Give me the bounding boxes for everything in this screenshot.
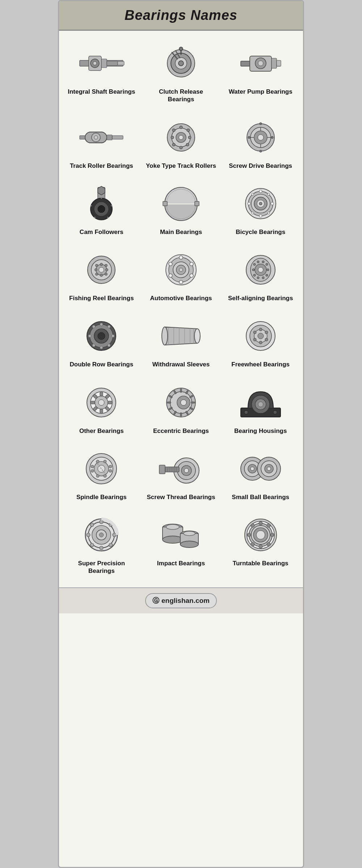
svg-point-119 bbox=[108, 344, 110, 347]
list-item: Other Bearings bbox=[63, 377, 140, 440]
item-label: Freewheel Bearings bbox=[231, 361, 290, 368]
svg-point-103 bbox=[253, 263, 256, 265]
svg-point-104 bbox=[252, 269, 254, 271]
svg-point-208 bbox=[267, 467, 271, 471]
bearing-image bbox=[156, 447, 206, 490]
svg-point-120 bbox=[100, 346, 103, 349]
item-label: Main Bearings bbox=[160, 228, 202, 236]
svg-point-57 bbox=[94, 217, 96, 218]
bearing-image bbox=[76, 314, 127, 358]
item-label: Clutch Release Bearings bbox=[145, 88, 217, 103]
item-label: Screw Drive Bearings bbox=[229, 162, 292, 170]
list-item: Super Precision Bearings bbox=[63, 510, 140, 580]
list-item: Yoke Type Track Rollers bbox=[142, 112, 220, 175]
list-item: Freewheel Bearings bbox=[222, 311, 299, 373]
svg-point-237 bbox=[259, 522, 262, 525]
item-label: Integral Shaft Bearings bbox=[68, 88, 135, 95]
svg-point-94 bbox=[190, 274, 193, 277]
item-label: Double Row Bearings bbox=[70, 361, 133, 368]
item-label: Cam Followers bbox=[80, 228, 123, 236]
svg-point-79 bbox=[100, 263, 103, 266]
item-label: Spindle Bearings bbox=[76, 493, 127, 501]
svg-point-137 bbox=[265, 331, 268, 334]
svg-point-31 bbox=[188, 136, 191, 139]
svg-point-91 bbox=[179, 268, 183, 272]
svg-point-117 bbox=[108, 325, 110, 328]
svg-point-121 bbox=[92, 344, 95, 347]
svg-point-71 bbox=[268, 193, 270, 195]
svg-point-141 bbox=[253, 331, 256, 334]
svg-point-184 bbox=[109, 469, 112, 472]
list-item: Withdrawal Sleeves bbox=[142, 311, 220, 373]
svg-point-215 bbox=[100, 520, 103, 524]
item-label: Super Precision Bearings bbox=[66, 559, 138, 575]
svg-point-69 bbox=[259, 214, 262, 217]
svg-point-138 bbox=[265, 338, 268, 341]
svg-rect-22 bbox=[107, 135, 112, 140]
svg-point-118 bbox=[111, 335, 114, 337]
svg-rect-158 bbox=[180, 389, 182, 392]
bearing-image bbox=[235, 116, 286, 159]
bearing-image bbox=[235, 248, 286, 292]
list-item: Impact Bearings bbox=[142, 510, 220, 580]
svg-point-30 bbox=[187, 129, 190, 132]
svg-rect-167 bbox=[167, 402, 171, 403]
brand-logo-icon: Ⓖ bbox=[152, 596, 159, 605]
svg-rect-150 bbox=[100, 409, 103, 413]
svg-rect-161 bbox=[191, 402, 195, 403]
svg-rect-60 bbox=[195, 201, 199, 206]
svg-point-36 bbox=[172, 129, 175, 132]
svg-point-70 bbox=[248, 202, 251, 205]
svg-point-220 bbox=[90, 543, 94, 547]
bearing-image bbox=[76, 116, 127, 159]
svg-point-243 bbox=[247, 533, 251, 537]
item-label: Eccentric Bearings bbox=[153, 427, 209, 435]
list-item: Double Row Bearings bbox=[63, 311, 140, 373]
svg-point-33 bbox=[180, 146, 182, 149]
svg-point-172 bbox=[273, 410, 277, 414]
svg-point-157 bbox=[181, 400, 186, 405]
bearing-image bbox=[76, 248, 127, 292]
item-label: Self-aligning Bearings bbox=[228, 294, 293, 302]
svg-point-68 bbox=[271, 202, 274, 205]
svg-point-35 bbox=[171, 136, 174, 139]
svg-point-102 bbox=[257, 261, 259, 263]
svg-point-74 bbox=[268, 212, 270, 214]
svg-point-83 bbox=[100, 274, 103, 277]
svg-point-240 bbox=[267, 542, 270, 546]
item-label: Impact Bearings bbox=[157, 559, 205, 567]
svg-point-34 bbox=[172, 143, 175, 146]
svg-point-122 bbox=[88, 335, 91, 337]
bearing-image bbox=[76, 42, 127, 85]
bearing-image bbox=[76, 182, 127, 225]
svg-point-21 bbox=[94, 136, 98, 139]
svg-marker-50 bbox=[98, 186, 105, 195]
svg-point-241 bbox=[259, 545, 262, 548]
bearing-image bbox=[156, 381, 206, 424]
item-label: Other Bearings bbox=[79, 427, 124, 435]
bearing-image bbox=[156, 42, 206, 85]
svg-point-188 bbox=[91, 465, 94, 468]
bearing-image bbox=[156, 513, 206, 557]
svg-point-204 bbox=[251, 467, 254, 471]
item-label: Automotive Bearings bbox=[150, 294, 212, 302]
item-label: Bearing Housings bbox=[234, 427, 287, 435]
svg-point-181 bbox=[96, 460, 99, 463]
svg-rect-23 bbox=[112, 136, 123, 139]
svg-point-66 bbox=[259, 202, 262, 205]
svg-point-78 bbox=[99, 267, 104, 272]
svg-point-56 bbox=[107, 217, 109, 218]
list-item: Main Bearings bbox=[142, 178, 220, 241]
svg-rect-59 bbox=[163, 201, 167, 206]
svg-point-85 bbox=[95, 269, 97, 271]
svg-rect-5 bbox=[107, 61, 118, 65]
svg-point-175 bbox=[258, 402, 263, 407]
item-label: Small Ball Bearings bbox=[232, 493, 289, 501]
main-card: Bearings Names Integral Shaft Bearings bbox=[58, 0, 304, 868]
bearing-image bbox=[235, 314, 286, 358]
svg-point-97 bbox=[169, 262, 172, 266]
bearing-image bbox=[156, 116, 206, 159]
svg-point-86 bbox=[96, 264, 98, 267]
svg-rect-24 bbox=[80, 136, 85, 139]
svg-point-28 bbox=[179, 135, 183, 140]
